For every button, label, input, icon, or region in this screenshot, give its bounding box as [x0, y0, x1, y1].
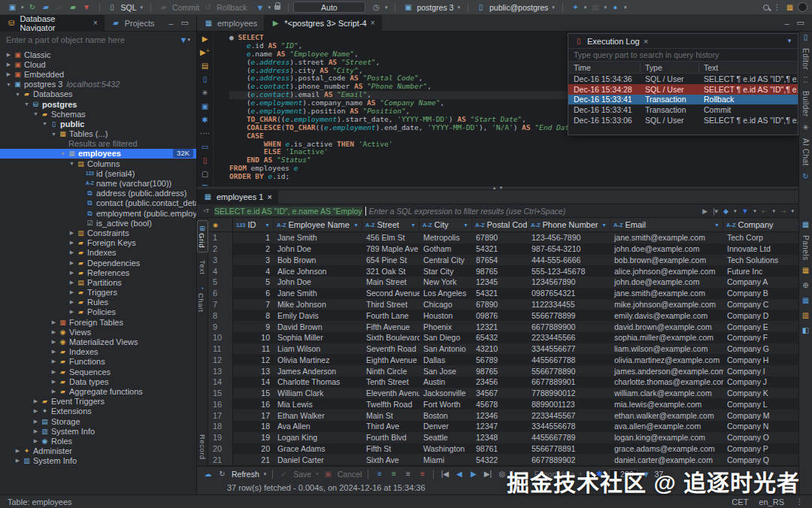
grid-cell[interactable]: alice.johnson@example.com — [611, 265, 723, 277]
grid-cell[interactable]: 6677889902 — [528, 454, 611, 465]
tree-item-embedded[interactable]: ▶▣Embedded — [0, 69, 196, 79]
grid-cell[interactable]: 9 — [233, 321, 274, 332]
grid-cell[interactable]: Fort Worth — [420, 398, 472, 410]
grid-cell[interactable]: 98765 — [472, 265, 528, 277]
tree-item-data-types[interactable]: ▶▰Data types — [0, 376, 196, 386]
column-header-company[interactable]: A-ZCompany▼ — [723, 218, 798, 231]
grid-cell[interactable]: 7788990012 — [528, 388, 611, 399]
close-icon[interactable]: × — [371, 19, 375, 27]
grid-cell[interactable]: daniel.carter@example.com — [611, 454, 723, 465]
save-button[interactable]: Save — [293, 470, 311, 479]
restore-icon[interactable]: ▭ — [797, 18, 804, 28]
chevron-right-icon[interactable]: ▶ — [50, 369, 58, 375]
next-page-icon[interactable]: ▶ — [468, 470, 478, 479]
code-line[interactable]: ELSE 'Inactive' — [229, 148, 798, 156]
chevron-down-icon[interactable]: ▼ — [23, 101, 31, 107]
chevron-right-icon[interactable]: ▶ — [32, 428, 40, 434]
grid-cell[interactable]: logan.king@example.com — [611, 432, 723, 443]
grid-cell[interactable]: 87654 — [472, 255, 528, 266]
grid-cell[interactable]: 11 — [233, 343, 274, 355]
grid-cell[interactable]: mike.johnson@example.com — [611, 299, 723, 310]
grid-cell[interactable]: Olivia Martinez — [274, 354, 362, 365]
row-number[interactable]: 13 — [208, 365, 233, 376]
open-in-editor-icon[interactable]: ▤ — [201, 62, 208, 70]
tx-mode-select[interactable]: Auto — [293, 2, 365, 13]
column-header-email[interactable]: A-ZEmail▼ — [611, 218, 723, 231]
row-number[interactable]: 16 — [208, 398, 233, 410]
chevron-right-icon[interactable]: ▶ — [68, 289, 76, 295]
sort-chevron-icon[interactable]: ▼ — [353, 222, 359, 228]
panels-icon[interactable]: ▦ — [801, 220, 810, 229]
chevron-down-icon[interactable]: ▼ — [68, 161, 76, 166]
tree-item-rules[interactable]: ▶▰Rules — [0, 298, 196, 307]
sql-console-icon[interactable]: ▯ — [108, 3, 117, 12]
tree-item-employees[interactable]: ▼▦employees32K — [0, 149, 196, 159]
locale-indicator[interactable]: en_RS — [759, 497, 784, 506]
grid-cell[interactable]: 1 — [233, 232, 274, 243]
grid-cell[interactable]: 12348 — [472, 432, 528, 443]
tree-item-extensions[interactable]: ▶✦Extensions — [0, 407, 196, 416]
grid-cell[interactable]: sophia.miller@example.com — [611, 332, 723, 343]
tree-item-indexes[interactable]: ▶▰Indexes — [0, 248, 196, 258]
log-row[interactable]: Dec-16 15:33:06SQL / UserSELECT ¶ e.id A… — [568, 115, 798, 125]
prev-page-icon[interactable]: ◀ — [454, 470, 464, 479]
row-number[interactable]: 2 — [208, 243, 233, 255]
add-row-icon[interactable]: ≡ — [374, 470, 384, 479]
tree-item-materialized-views[interactable]: ▶◉Materialized Views — [0, 337, 196, 346]
close-icon[interactable]: × — [644, 37, 648, 46]
column-header-id[interactable]: 123ID▼ — [233, 218, 274, 231]
grid-cell[interactable]: 5566778899 — [528, 310, 611, 321]
grid-cell[interactable]: 12345 — [472, 277, 528, 288]
grid-cell[interactable]: 56789 — [472, 354, 528, 365]
grid-cell[interactable]: New York — [420, 277, 472, 288]
tree-item-is-active-bool-[interactable]: ☑is_active (bool) — [0, 218, 196, 228]
tab-database-navigator[interactable]: ⛁ Database Navigator × — [0, 15, 105, 32]
grid-cell[interactable]: john.doe@example.com — [611, 277, 723, 288]
grid-cell[interactable]: Eleventh Avenue — [362, 388, 420, 399]
chevron-right-icon[interactable]: ▶ — [50, 379, 58, 385]
code-line[interactable]: END AS "Status" — [229, 156, 798, 165]
grid-cell[interactable]: Twelfth Road — [362, 398, 420, 410]
grid-cell[interactable]: Metropolis — [420, 232, 472, 243]
grid-cell[interactable]: bob.brown@example.com — [611, 255, 723, 266]
grid-cell[interactable]: 5566778891 — [528, 443, 611, 455]
grid-cell[interactable]: 15 — [233, 388, 274, 399]
editor-tool-icon[interactable]: ▯ — [801, 33, 810, 42]
grid-cell[interactable]: emily.davis@example.com — [611, 310, 723, 321]
chevron-right-icon[interactable]: ▶ — [32, 408, 40, 414]
grid-cell[interactable]: Fourth Lane — [362, 310, 420, 321]
row-number[interactable]: 9 — [208, 321, 233, 332]
builder-icon[interactable]: ⁚⁚ — [801, 76, 810, 85]
commit-button[interactable]: Commit — [172, 3, 199, 12]
grid-cell[interactable]: Logan King — [274, 432, 362, 443]
minimize-panel-icon[interactable]: – — [168, 19, 173, 28]
view-tab-record[interactable]: Record — [198, 434, 207, 461]
grid-cell[interactable]: 555-123-45678 — [528, 265, 611, 277]
log-row[interactable]: Dec-16 15:34:28SQL / UserSELECT ¶ e.id A… — [568, 84, 798, 95]
rollback-button[interactable]: Rollback — [217, 3, 247, 12]
grid-cell[interactable]: 7 — [233, 299, 274, 310]
grid-cell[interactable]: James Anderson — [274, 365, 362, 376]
tree-item-contact-public-contact-details-[interactable]: ⧉contact (public.contact_details) — [0, 198, 196, 208]
grid-cell[interactable]: 0987654321 — [528, 288, 611, 299]
view-tab-chart[interactable]: ◔Chart — [197, 283, 208, 314]
tool-tab-panels[interactable]: Panels — [801, 235, 810, 261]
grid-cell[interactable]: 67890 — [472, 232, 528, 243]
row-number[interactable]: 11 — [208, 343, 233, 355]
grid-cell[interactable]: 4455667789 — [528, 432, 611, 443]
settings-gear-icon[interactable]: ✱ — [201, 116, 208, 124]
grid-cell[interactable]: Jane Smith — [274, 288, 362, 299]
log-row[interactable]: Dec-16 15:34:36SQL / UserSELECT ¶ e.id A… — [568, 74, 798, 84]
tree-item-functions[interactable]: ▶▰Functions — [0, 357, 196, 367]
tree-item-roles[interactable]: ▶◉Roles — [0, 436, 196, 446]
grid-cell[interactable]: Sixth Ave — [362, 454, 420, 465]
chevron-right-icon[interactable]: ▶ — [68, 230, 76, 236]
row-number[interactable]: 10 — [208, 332, 233, 343]
log-col-text[interactable]: Text — [699, 63, 798, 72]
grid-cell[interactable]: 654 Pine St — [362, 255, 420, 266]
grid-cell[interactable]: Fifth Avenue — [362, 321, 420, 332]
grid-cell[interactable]: 4 — [233, 265, 274, 277]
grid-cell[interactable]: 12346 — [472, 410, 528, 421]
tree-item-system-info[interactable]: ▶▥System Info — [0, 426, 196, 436]
filter-placeholder[interactable]: Enter a SQL expression to filter results… — [369, 207, 700, 216]
